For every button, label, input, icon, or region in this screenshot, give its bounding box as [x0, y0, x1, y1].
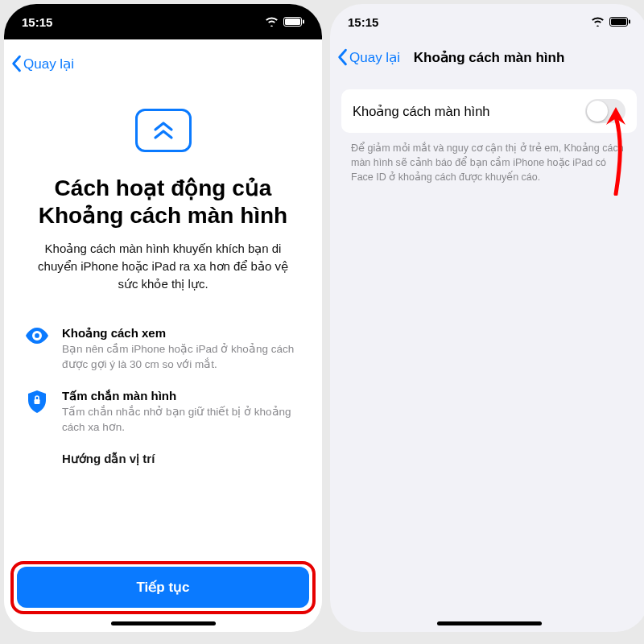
status-bar: 15:15 — [4, 4, 322, 39]
home-indicator — [437, 621, 542, 625]
feature-body: Tấm chắn nhắc nhở bạn giữ thiết bị ở kho… — [62, 403, 301, 436]
wifi-icon — [265, 17, 279, 27]
battery-icon — [283, 17, 304, 27]
chevron-left-icon — [10, 55, 22, 72]
cell-label: Khoảng cách màn hình — [353, 104, 490, 119]
svg-rect-2 — [303, 20, 304, 24]
feature-list: Khoảng cách xem Bạn nên cầm iPhone hoặc … — [4, 292, 322, 474]
phone-right: 15:15 Quay lại Khoảng cách màn hình Khoả… — [330, 4, 644, 632]
status-icons — [591, 17, 630, 27]
setting-cell-screen-distance[interactable]: Khoảng cách màn hình — [341, 89, 637, 133]
eye-icon — [26, 328, 48, 344]
status-time: 15:15 — [348, 15, 378, 29]
chevrons-up-icon — [151, 118, 176, 142]
feature-item: Khoảng cách xem Bạn nên cầm iPhone hoặc … — [22, 318, 304, 381]
feature-item: Tấm chắn màn hình Tấm chắn nhắc nhở bạn … — [22, 381, 304, 444]
feature-title: Tấm chắn màn hình — [62, 389, 301, 403]
feature-item: Hướng dẫn vị trí — [22, 444, 304, 474]
status-icons — [265, 17, 304, 27]
svg-rect-6 — [629, 20, 630, 24]
svg-rect-3 — [35, 399, 40, 404]
battery-icon — [609, 17, 630, 27]
feature-title: Khoảng cách xem — [62, 326, 301, 341]
back-button[interactable]: Quay lại — [336, 48, 400, 66]
chevron-left-icon — [336, 48, 348, 66]
back-button[interactable]: Quay lại — [10, 55, 74, 72]
nav-bar: Quay lại — [4, 46, 322, 81]
status-time: 15:15 — [22, 15, 52, 29]
back-label: Quay lại — [23, 56, 74, 72]
home-indicator — [111, 621, 216, 625]
phone-left: 15:15 Quay lại C — [4, 4, 322, 632]
hero-icon — [4, 109, 322, 152]
setting-footer: Để giảm mỏi mắt và nguy cơ cận thị ở trẻ… — [330, 133, 644, 184]
back-label: Quay lại — [349, 49, 400, 66]
toggle-screen-distance[interactable] — [585, 99, 625, 123]
shield-icon — [27, 390, 47, 413]
toggle-knob — [587, 101, 608, 122]
continue-button[interactable]: Tiếp tục — [17, 567, 309, 608]
nav-title: Khoảng cách màn hình — [414, 49, 565, 66]
page-title: Cách hoạt động của Khoảng cách màn hình — [4, 175, 322, 229]
page-description: Khoảng cách màn hình khuyến khích bạn di… — [4, 229, 322, 292]
feature-body: Bạn nên cầm iPhone hoặc iPad ở khoảng cá… — [62, 341, 301, 373]
svg-rect-5 — [611, 19, 626, 25]
svg-rect-1 — [285, 19, 300, 25]
status-bar: 15:15 — [330, 4, 644, 39]
feature-title: Hướng dẫn vị trí — [62, 452, 155, 466]
nav-bar: Quay lại Khoảng cách màn hình — [330, 39, 644, 75]
wifi-icon — [591, 17, 605, 27]
